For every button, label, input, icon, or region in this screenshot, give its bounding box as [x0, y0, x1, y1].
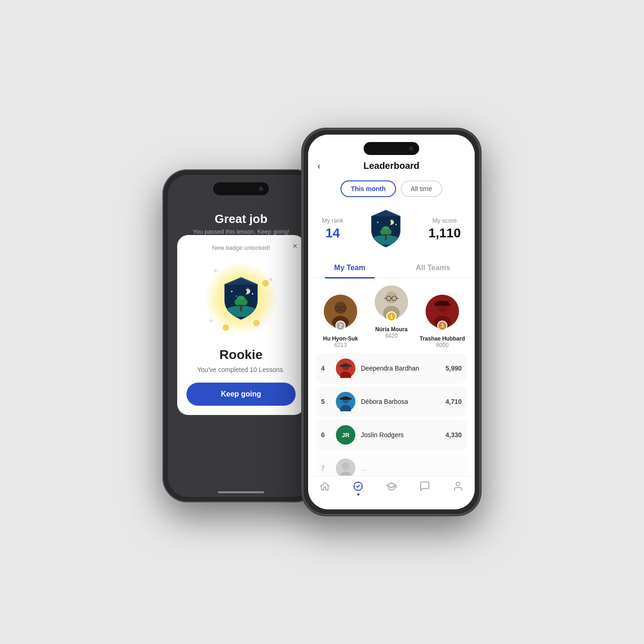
avatar-7	[336, 458, 355, 476]
phone-left: Great job You passed this lesson. Keep g…	[162, 169, 320, 502]
messages-icon	[419, 481, 430, 492]
lb-score-5: 4,710	[446, 398, 462, 405]
deco-circle-1	[262, 280, 269, 286]
nav-messages[interactable]	[408, 481, 441, 495]
courses-icon	[386, 481, 397, 492]
top3-third: 3 Trashae Hubbard 6000	[419, 295, 465, 348]
my-rank-label: My rank	[322, 217, 343, 224]
name-third: Trashae Hubbard	[420, 335, 465, 342]
phone-left-screen: Great job You passed this lesson. Keep g…	[168, 175, 314, 497]
svg-point-45	[342, 463, 349, 470]
lb-score-4: 5,990	[446, 365, 462, 372]
list-item: 7 ...	[316, 453, 467, 476]
svg-point-13	[396, 224, 397, 225]
filter-pills: This month All time	[308, 178, 475, 204]
close-button[interactable]: ×	[292, 242, 297, 251]
avatar-joslin: JR	[336, 425, 355, 445]
phone-right: ‹ Leaderboard This month All time My ran…	[301, 128, 482, 516]
medal-3: 3	[437, 321, 447, 331]
svg-rect-43	[340, 398, 352, 400]
list-item: 6 JR Joslin Rodgers 4,330	[316, 420, 467, 450]
avatar-wrap-2: 2	[324, 295, 357, 328]
score-first: 6420	[385, 333, 398, 339]
deco-plus-3: +	[209, 316, 214, 326]
score-second: 6213	[334, 342, 347, 348]
lb-rank-7: 7	[321, 464, 330, 472]
leaderboard-screen: ‹ Leaderboard This month All time My ran…	[308, 135, 475, 509]
home-indicator-right	[368, 504, 415, 506]
avatar-wrap-3: 3	[426, 295, 459, 328]
svg-rect-39	[340, 365, 352, 367]
my-rank-block: My rank 14	[322, 217, 343, 241]
badge-shield-icon	[220, 275, 262, 322]
tab-all-teams[interactable]: All Teams	[391, 258, 475, 278]
deco-plus-2: +	[268, 275, 273, 285]
medal-2: 2	[335, 321, 346, 331]
svg-point-9	[241, 299, 248, 305]
svg-point-18	[386, 229, 391, 235]
home-icon	[319, 481, 330, 492]
svg-point-8	[235, 299, 241, 305]
keep-going-button[interactable]: Keep going	[186, 383, 296, 406]
badge-name: Rookie	[219, 347, 262, 362]
medal-1: 1	[386, 311, 396, 322]
lb-rank-4: 4	[321, 365, 330, 372]
home-indicator-left	[218, 491, 264, 493]
avatar-debora	[336, 392, 355, 411]
lb-rank-5: 5	[321, 398, 330, 405]
profile-icon	[452, 481, 464, 492]
badge-modal: × New badge unlocked! + + +	[177, 235, 305, 415]
svg-point-2	[248, 288, 248, 289]
svg-point-12	[391, 219, 392, 220]
score-third: 6000	[436, 342, 449, 348]
left-title: Great job	[192, 212, 289, 226]
svg-point-4	[236, 296, 237, 297]
svg-point-26	[385, 291, 397, 303]
list-item: 4 Deependra Bardhan 5,990	[316, 353, 467, 384]
rank-shield-icon	[367, 208, 404, 249]
lb-name-7: ...	[361, 464, 462, 472]
rank-section: My rank 14	[308, 204, 475, 258]
my-score-block: My score 1,110	[428, 217, 461, 241]
svg-point-11	[377, 222, 378, 223]
lb-name-6: Joslin Rodgers	[361, 431, 446, 439]
deco-plus-1: +	[213, 266, 218, 276]
top3-second: 2 Hu Hyon-Suk 6213	[317, 295, 364, 348]
badge-unlocked-text: New badge unlocked!	[212, 244, 270, 251]
my-rank-value: 14	[322, 226, 343, 241]
svg-point-48	[456, 482, 460, 486]
name-second: Hu Hyon-Suk	[323, 335, 358, 342]
top3-first: 1 Núria Moura 6420	[368, 285, 415, 339]
svg-point-1	[231, 291, 233, 292]
camera-left	[259, 186, 263, 191]
leaderboard-header: ‹ Leaderboard	[308, 135, 475, 178]
top3-section: 2 Hu Hyon-Suk 6213	[308, 278, 475, 353]
svg-point-3	[252, 293, 254, 295]
leaderboard-list: 4 Deependra Bardhan 5,990	[308, 353, 475, 476]
avatar-wrap-1: 1	[375, 285, 408, 319]
back-button[interactable]: ‹	[317, 161, 321, 171]
list-item: 5 Débora Barbosa 4,710	[316, 386, 467, 417]
lb-name-5: Débora Barbosa	[361, 398, 446, 405]
my-score-value: 1,110	[428, 226, 461, 241]
svg-point-20	[334, 302, 347, 314]
nav-profile[interactable]	[441, 481, 475, 495]
learn-icon	[353, 481, 364, 492]
nav-dot-learn	[357, 493, 359, 495]
avatar-deependra	[336, 359, 355, 378]
team-tabs: My Team All Teams	[308, 258, 475, 278]
nav-learn[interactable]	[341, 481, 375, 495]
filter-all-time[interactable]: All time	[401, 180, 442, 197]
lb-rank-6: 6	[321, 431, 330, 439]
nav-courses[interactable]	[375, 481, 408, 495]
notch-right	[364, 142, 419, 155]
deco-circle-2	[223, 324, 229, 331]
badge-illustration: + + +	[199, 257, 283, 340]
lb-score-6: 4,330	[446, 431, 462, 439]
name-first: Núria Moura	[375, 326, 408, 333]
badge-desc: You've completed 10 Lessons.	[198, 366, 285, 373]
nav-home[interactable]	[308, 481, 341, 495]
leaderboard-title: Leaderboard	[363, 161, 419, 171]
tab-my-team[interactable]: My Team	[308, 258, 391, 278]
filter-this-month[interactable]: This month	[341, 180, 396, 197]
